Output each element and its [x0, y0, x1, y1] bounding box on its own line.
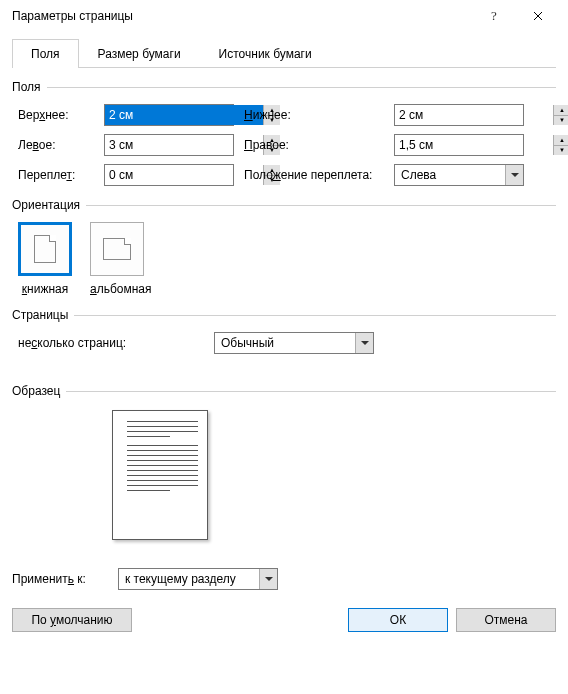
right-input[interactable]: [395, 135, 553, 155]
section-margins-label: Поля: [12, 80, 41, 94]
help-button[interactable]: ?: [472, 0, 516, 32]
portrait-icon: [34, 235, 56, 263]
window-title: Параметры страницы: [8, 9, 472, 23]
top-spinner[interactable]: [104, 104, 234, 126]
multi-pages-dropdown[interactable]: Обычный: [214, 332, 374, 354]
gutter-label: Переплет:: [18, 168, 104, 182]
ok-button[interactable]: ОК: [348, 608, 448, 632]
section-preview-label: Образец: [12, 384, 60, 398]
multi-pages-label: несколько страниц:: [18, 336, 214, 350]
apply-to-chevron[interactable]: [259, 569, 277, 589]
right-label: Правое:: [234, 138, 394, 152]
bottom-input[interactable]: [395, 105, 553, 125]
tab-paper[interactable]: Размер бумаги: [79, 39, 200, 68]
chevron-down-icon: [361, 341, 369, 345]
gutter-pos-value: Слева: [395, 165, 505, 185]
section-pages-label: Страницы: [12, 308, 68, 322]
left-spinner[interactable]: [104, 134, 234, 156]
landscape-label: альбомная: [90, 282, 152, 296]
bottom-label: Нижнее:: [234, 108, 394, 122]
apply-to-label: Применить к:: [12, 572, 118, 586]
tab-source[interactable]: Источник бумаги: [200, 39, 331, 68]
left-label: Левое:: [18, 138, 104, 152]
tabs: Поля Размер бумаги Источник бумаги: [12, 38, 556, 68]
bottom-spinner[interactable]: [394, 104, 524, 126]
divider: [47, 87, 556, 88]
close-icon: [533, 11, 543, 21]
bottom-spin-up[interactable]: [554, 105, 568, 116]
orientation-portrait[interactable]: [18, 222, 72, 276]
divider: [86, 205, 556, 206]
multi-pages-value: Обычный: [215, 333, 355, 353]
preview-page: [112, 410, 208, 540]
bottom-spin-down[interactable]: [554, 116, 568, 126]
apply-to-dropdown[interactable]: к текущему разделу: [118, 568, 278, 590]
chevron-down-icon: [265, 577, 273, 581]
titlebar: Параметры страницы ?: [0, 0, 568, 32]
chevron-down-icon: [511, 173, 519, 177]
gutter-spinner[interactable]: [104, 164, 234, 186]
section-orientation-label: Ориентация: [12, 198, 80, 212]
divider: [74, 315, 556, 316]
apply-to-value: к текущему разделу: [119, 569, 259, 589]
divider: [66, 391, 556, 392]
right-spinner[interactable]: [394, 134, 524, 156]
gutter-pos-dropdown[interactable]: Слева: [394, 164, 524, 186]
close-button[interactable]: [516, 0, 560, 32]
default-button[interactable]: По умолчанию: [12, 608, 132, 632]
right-spin-up[interactable]: [554, 135, 568, 146]
top-label: Верхнее:: [18, 108, 104, 122]
gutter-pos-label: Положение переплета:: [234, 168, 394, 182]
tab-margins[interactable]: Поля: [12, 39, 79, 68]
right-spin-down[interactable]: [554, 146, 568, 156]
landscape-icon: [103, 238, 131, 260]
orientation-landscape[interactable]: [90, 222, 144, 276]
cancel-button[interactable]: Отмена: [456, 608, 556, 632]
multi-pages-chevron[interactable]: [355, 333, 373, 353]
gutter-pos-chevron[interactable]: [505, 165, 523, 185]
portrait-label: книжная: [18, 282, 72, 296]
